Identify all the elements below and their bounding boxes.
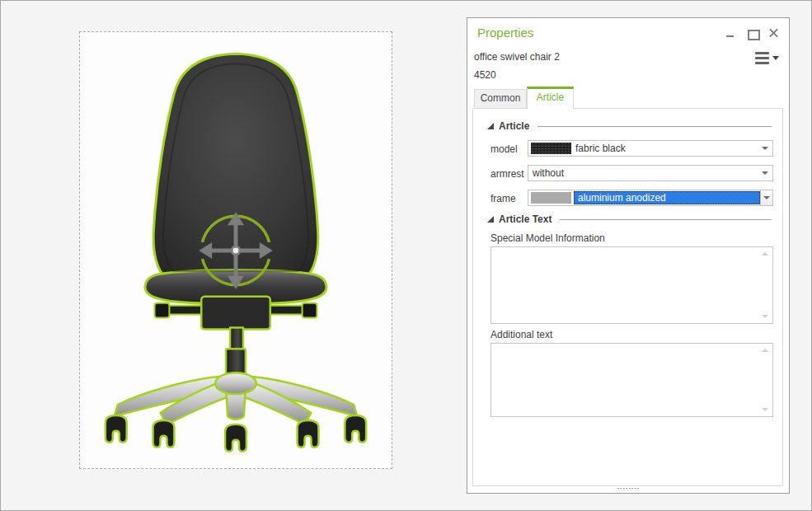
- properties-panel: Properties office swivel chair 2 4520 Co…: [467, 17, 790, 494]
- object-name: office swivel chair 2: [474, 51, 560, 63]
- close-icon[interactable]: [768, 28, 779, 39]
- armrest-dropdown[interactable]: without: [528, 165, 773, 181]
- field-label-model: model: [490, 143, 518, 155]
- chair-object[interactable]: [80, 32, 392, 468]
- expander-triangle-icon[interactable]: [487, 123, 494, 129]
- maximize-icon[interactable]: [747, 28, 758, 39]
- expander-triangle-icon[interactable]: [487, 216, 494, 223]
- scroll-down-icon[interactable]: [762, 315, 768, 318]
- armrest-value: without: [528, 166, 758, 180]
- frame-dropdown[interactable]: aluminium anodized: [528, 190, 773, 206]
- chevron-down-icon: [758, 171, 772, 175]
- chevron-down-icon: [758, 147, 772, 150]
- section-rule: [560, 219, 772, 220]
- field-label-frame: frame: [490, 193, 516, 204]
- article-number: 4520: [474, 69, 496, 81]
- frame-value-selected: aluminium anodized: [574, 191, 760, 204]
- additional-text-box: [490, 343, 773, 417]
- additional-text-input[interactable]: [491, 344, 772, 416]
- label-additional-text: Additional text: [490, 329, 552, 340]
- model-dropdown[interactable]: fabric black: [528, 140, 773, 157]
- panel-menu-button[interactable]: [755, 52, 779, 64]
- window-controls: [725, 26, 779, 40]
- special-model-information-box: [490, 246, 773, 324]
- section-header-article: Article: [487, 120, 772, 132]
- hamburger-menu-icon: [755, 52, 769, 64]
- scroll-up-icon[interactable]: [762, 349, 768, 352]
- application-background: Properties office swivel chair 2 4520 Co…: [0, 0, 812, 511]
- section-title: Article Text: [499, 213, 552, 225]
- frame-dropdown-button[interactable]: [760, 190, 772, 205]
- panel-title: Properties: [477, 26, 533, 40]
- minimize-icon[interactable]: [725, 28, 736, 39]
- section-title: Article: [499, 120, 529, 132]
- fabric-black-swatch: [531, 143, 571, 154]
- label-special-model-information: Special Model Information: [490, 232, 605, 244]
- tab-article[interactable]: Article: [527, 87, 574, 109]
- panel-resize-grip[interactable]: [617, 487, 640, 490]
- special-model-information-input[interactable]: [491, 247, 772, 323]
- scroll-up-icon[interactable]: [762, 252, 768, 256]
- scroll-down-icon[interactable]: [762, 408, 768, 411]
- tab-common[interactable]: Common: [474, 89, 527, 108]
- section-rule: [537, 126, 772, 127]
- section-header-article-text: Article Text: [487, 213, 772, 225]
- field-label-armrest: armrest: [490, 168, 524, 180]
- tab-content-article: Article model fabric black armrest witho…: [472, 108, 783, 486]
- selection-bounds: [79, 31, 392, 469]
- chevron-down-icon: [772, 56, 779, 60]
- aluminium-swatch: [531, 192, 571, 204]
- model-value: fabric black: [571, 142, 758, 155]
